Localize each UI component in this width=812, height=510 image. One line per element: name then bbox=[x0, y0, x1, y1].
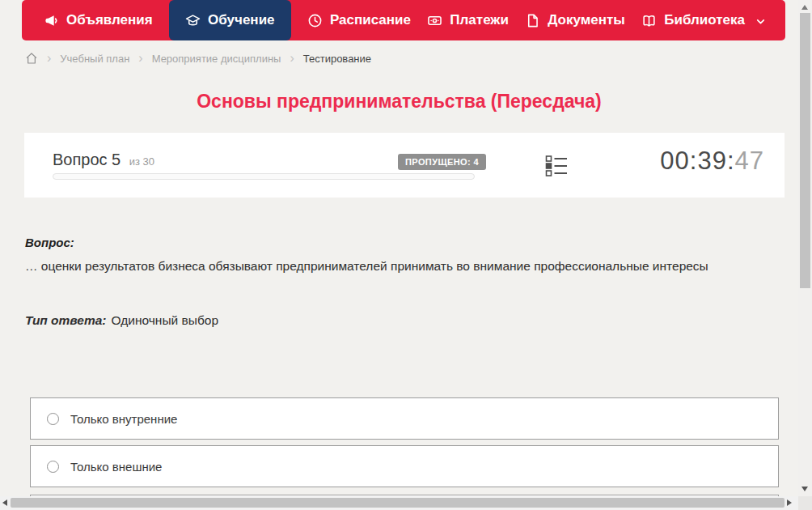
scroll-down-arrow-icon[interactable] bbox=[801, 487, 808, 491]
breadcrumb: › Учебный план › Мероприятие дисциплины … bbox=[25, 50, 371, 66]
vertical-scrollbar-thumb[interactable] bbox=[800, 13, 810, 288]
home-icon[interactable] bbox=[25, 52, 38, 65]
answer-option-label: Только внешние bbox=[70, 460, 162, 474]
answer-type-row: Тип ответа:Одиночный выбор bbox=[25, 313, 737, 328]
answer-type-value: Одиночный выбор bbox=[112, 313, 219, 327]
open-book-icon bbox=[641, 13, 657, 28]
timer-seconds: 47 bbox=[735, 147, 764, 175]
list-outline-icon bbox=[545, 155, 568, 177]
question-list-button[interactable] bbox=[545, 155, 568, 177]
nav-item-label: Объявления bbox=[66, 12, 153, 28]
nav-item-payments[interactable]: Платежи bbox=[427, 0, 509, 40]
nav-item-label: Библиотека bbox=[664, 12, 745, 28]
radio-button[interactable] bbox=[47, 413, 59, 425]
graduation-cap-icon bbox=[185, 13, 201, 28]
nav-item-label: Расписание bbox=[330, 12, 411, 28]
nav-item-documents[interactable]: Документы bbox=[525, 0, 625, 40]
timer-hhmm: 00:39: bbox=[660, 147, 734, 175]
nav-item-label: Платежи bbox=[450, 12, 509, 28]
nav-item-label: Обучение bbox=[208, 12, 274, 28]
scroll-left-arrow-icon[interactable] bbox=[2, 499, 7, 506]
horizontal-scrollbar-thumb[interactable] bbox=[11, 498, 785, 508]
progress-bar bbox=[53, 173, 475, 180]
scroll-right-arrow-icon[interactable] bbox=[787, 499, 792, 506]
chevron-down-icon bbox=[752, 15, 766, 27]
top-navbar: Объявления Обучение Расписание Платежи Д… bbox=[22, 0, 785, 40]
question-total: из 30 bbox=[129, 155, 154, 168]
horizontal-scrollbar[interactable] bbox=[0, 496, 798, 510]
breadcrumb-separator: › bbox=[138, 52, 142, 65]
breadcrumb-item-discipline-event[interactable]: Мероприятие дисциплины bbox=[152, 53, 281, 65]
nav-item-learning[interactable]: Обучение bbox=[169, 0, 290, 40]
radio-button[interactable] bbox=[47, 461, 59, 473]
breadcrumb-separator: › bbox=[290, 52, 294, 65]
answer-option-label: Только внутренние bbox=[70, 412, 177, 426]
nav-item-schedule[interactable]: Расписание bbox=[307, 0, 411, 40]
document-icon bbox=[525, 13, 540, 28]
scrollbar-corner bbox=[798, 496, 812, 510]
scroll-up-arrow-icon[interactable] bbox=[801, 5, 808, 10]
breadcrumb-item-testing: Тестирование bbox=[303, 53, 371, 65]
answer-type-label: Тип ответа: bbox=[25, 313, 107, 327]
banknote-icon bbox=[427, 13, 442, 28]
page-title: Основы предпринимательства (Пересдача) bbox=[0, 91, 798, 113]
megaphone-icon bbox=[44, 13, 59, 28]
skipped-badge: ПРОПУЩЕНО: 4 bbox=[398, 154, 486, 170]
timer: 00:39:47 bbox=[660, 147, 764, 176]
nav-item-label: Документы bbox=[548, 12, 625, 28]
nav-item-library[interactable]: Библиотека bbox=[641, 0, 766, 40]
answer-option-1[interactable]: Только внутренние bbox=[30, 397, 779, 440]
question-card: Вопрос 5 из 30 ПРОПУЩЕНО: 4 00:39:47 bbox=[24, 133, 785, 198]
question-heading: Вопрос: bbox=[25, 236, 737, 249]
question-counter: Вопрос 5 из 30 bbox=[53, 151, 154, 169]
question-area: Вопрос: … оценки результатов бизнеса обя… bbox=[25, 236, 737, 328]
breadcrumb-item-curriculum[interactable]: Учебный план bbox=[60, 53, 129, 65]
answer-option-2[interactable]: Только внешние bbox=[30, 445, 779, 487]
vertical-scrollbar[interactable] bbox=[798, 0, 812, 496]
clock-icon bbox=[307, 13, 323, 28]
question-text: … оценки результатов бизнеса обязывают п… bbox=[25, 256, 737, 277]
breadcrumb-separator: › bbox=[47, 52, 51, 65]
question-number: Вопрос 5 bbox=[53, 151, 121, 168]
nav-item-announcements[interactable]: Объявления bbox=[44, 0, 153, 40]
